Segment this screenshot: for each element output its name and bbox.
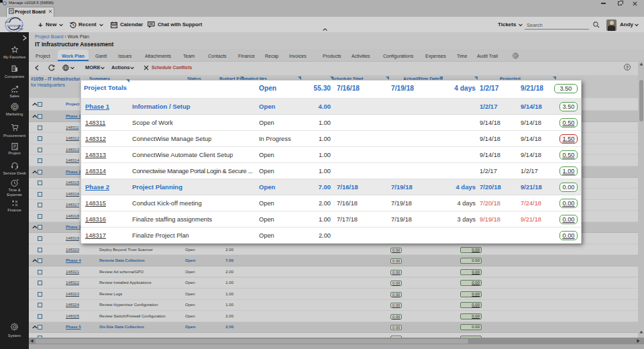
svg-text:company: company [7,23,23,28]
svg-text:logo: logo [19,28,23,30]
